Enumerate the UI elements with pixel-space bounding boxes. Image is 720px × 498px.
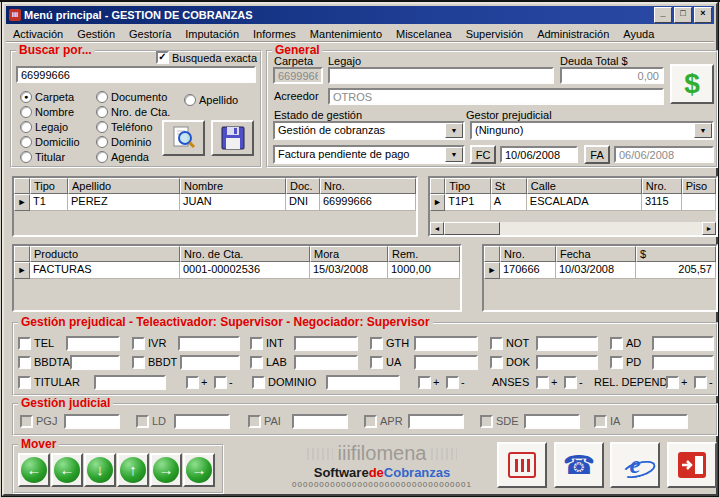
titular-checkbox[interactable] [18,376,31,389]
scrollbar-thumb[interactable] [444,222,500,235]
phone-button[interactable]: ☎ [554,442,604,488]
menu-imputacion[interactable]: Imputación [178,27,246,41]
rel-minus-checkbox[interactable] [694,376,707,389]
fc-date-field[interactable] [500,146,578,163]
cell-fecha[interactable]: 10/03/2008 [556,262,636,279]
comprobantes-table[interactable]: Nro. Fecha $ ► 170666 10/03/2008 205,57 [482,244,718,312]
move-last-button[interactable]: → [183,453,215,487]
scroll-left-icon[interactable]: ◄ [430,222,444,235]
close-button[interactable]: × [694,7,712,23]
radio-legajo[interactable] [20,121,32,133]
menu-ayuda[interactable]: Ayuda [616,27,661,41]
ua-checkbox[interactable] [370,356,383,369]
not-field[interactable] [536,336,598,351]
anses-plus-checkbox[interactable] [536,376,549,389]
row-selector[interactable]: ► [14,194,30,211]
col-fecha[interactable]: Fecha [556,246,636,262]
cell-piso[interactable] [682,194,716,211]
chevron-down-icon[interactable]: ▼ [445,147,463,162]
move-prev-button[interactable]: ← [51,453,83,487]
dominio-field[interactable] [326,375,400,390]
table-row[interactable]: ► FACTURAS 0001-00002536 15/03/2008 1000… [14,262,460,279]
dominio-checkbox[interactable] [252,376,265,389]
col-nro[interactable]: Nro. [642,178,682,194]
col-piso[interactable]: Piso [682,178,716,194]
radio-carpeta-label[interactable]: Carpeta [35,91,74,103]
radio-telefono[interactable] [96,121,108,133]
move-next-button[interactable]: → [150,453,182,487]
menu-supervision[interactable]: Supervisión [459,27,530,41]
radio-domicilio-label[interactable]: Domicilio [35,136,80,148]
cell-importe[interactable]: 205,57 [636,262,716,279]
ad-checkbox[interactable] [610,337,623,350]
save-button[interactable] [211,120,254,156]
radio-legajo-label[interactable]: Legajo [35,121,68,133]
col-importe[interactable]: $ [636,246,716,262]
anses-minus-checkbox[interactable] [564,376,577,389]
rel-plus-checkbox[interactable] [666,376,679,389]
cell-rem[interactable]: 1000,00 [388,262,460,279]
chevron-down-icon[interactable]: ▼ [694,123,712,138]
cell-nombre[interactable]: JUAN [180,194,286,211]
lab-checkbox[interactable] [250,356,263,369]
ua-field[interactable] [414,355,478,370]
bbdt-checkbox[interactable] [132,356,145,369]
exact-search-checkbox[interactable]: ✓ [156,51,169,64]
radio-telefono-label[interactable]: Teléfono [111,121,153,133]
radio-nombre-label[interactable]: Nombre [35,106,74,118]
radio-documento[interactable] [96,91,108,103]
radio-nrocta[interactable] [96,106,108,118]
ivr-field[interactable] [178,336,240,351]
menu-gestoria[interactable]: Gestoría [122,27,178,41]
maximize-button[interactable]: □ [674,7,692,23]
bbdta-checkbox[interactable] [18,356,31,369]
radio-domicilio[interactable] [20,136,32,148]
cell-apellido[interactable]: PEREZ [68,194,180,211]
not-checkbox[interactable] [490,337,503,350]
ad-field[interactable] [652,336,714,351]
col-calle[interactable]: Calle [527,178,642,194]
col-mora[interactable]: Mora [310,246,388,262]
radio-dominio[interactable] [96,136,108,148]
radio-apellido-label[interactable]: Apellido [199,94,238,106]
menu-administracion[interactable]: Administración [530,27,616,41]
radio-nombre[interactable] [20,106,32,118]
productos-table[interactable]: Producto Nro. de Cta. Mora Rem. ► FACTUR… [12,244,462,312]
bbdt-field[interactable] [180,355,240,370]
titular-plus-checkbox[interactable] [186,376,199,389]
menu-informes[interactable]: Informes [246,27,303,41]
cell-nro[interactable]: 66999666 [320,194,416,211]
int-checkbox[interactable] [250,337,263,350]
titular-field[interactable] [94,375,166,390]
cell-doc[interactable]: DNI [286,194,320,211]
titular-minus-checkbox[interactable] [214,376,227,389]
radio-apellido[interactable] [184,94,196,106]
scrollbar-track[interactable] [500,222,702,235]
cell-calle[interactable]: ESCALADA [527,194,642,211]
col-producto[interactable]: Producto [30,246,180,262]
move-down-button[interactable]: ↓ [84,453,116,487]
gth-checkbox[interactable] [370,337,383,350]
fc-button[interactable]: FC [470,145,496,164]
web-button[interactable]: e [610,442,660,488]
col-tipo[interactable]: Tipo [30,178,68,194]
legajo-field[interactable] [328,67,554,84]
estado-gestion-combo[interactable]: Gestión de cobranzas ▼ [273,121,465,140]
chevron-down-icon[interactable]: ▼ [445,123,463,138]
row-selector[interactable]: ► [430,194,445,211]
menu-mantenimiento[interactable]: Mantenimiento [303,27,389,41]
filomena-button[interactable] [497,442,547,488]
pd-checkbox[interactable] [610,356,623,369]
menu-gestion[interactable]: Gestión [70,27,122,41]
dok-field[interactable] [536,355,598,370]
cell-mora[interactable]: 15/03/2008 [310,262,388,279]
title-bar[interactable]: iii Menú principal - GESTION DE COBRANZA… [6,6,714,24]
scroll-right-icon[interactable]: ► [702,222,716,235]
search-input[interactable] [16,66,256,83]
horizontal-scrollbar[interactable]: ◄ ► [430,222,716,235]
pd-field[interactable] [652,355,714,370]
radio-documento-label[interactable]: Documento [111,91,167,103]
radio-titular-label[interactable]: Titular [35,151,65,163]
col-st[interactable]: St [491,178,527,194]
table-row[interactable]: ► T1 PEREZ JUAN DNI 66999666 [14,194,416,211]
